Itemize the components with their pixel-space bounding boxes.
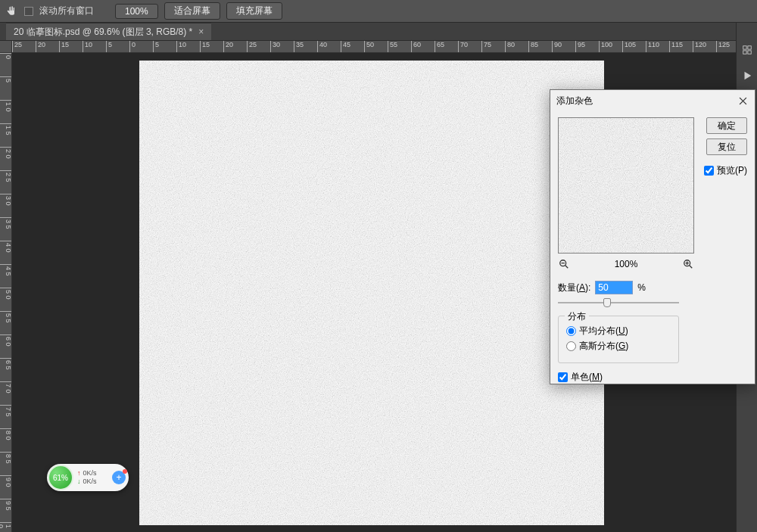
svg-rect-1 <box>139 61 604 525</box>
ruler-h-tick: 50 <box>364 41 374 53</box>
upload-speed: 0K/s <box>83 469 97 478</box>
distribution-group-title: 分布 <box>565 310 589 323</box>
ruler-h-tick: 90 <box>552 41 562 53</box>
ruler-h-tick: 75 <box>481 41 491 53</box>
ruler-v-tick: 4 0 <box>0 241 12 253</box>
svg-rect-2 <box>743 46 746 49</box>
ruler-h-tick: 60 <box>411 41 421 53</box>
network-monitor-widget[interactable]: 61% ↑0K/s ↓0K/s + <box>47 464 129 491</box>
ruler-v-tick: 7 5 <box>0 405 12 417</box>
monochrome-checkbox[interactable] <box>558 372 568 382</box>
ruler-h-tick: 20 <box>36 41 45 53</box>
amount-input[interactable] <box>595 281 633 294</box>
document-canvas[interactable] <box>139 61 604 525</box>
ruler-h-tick: 100 <box>599 41 612 53</box>
distribution-group: 分布 平均分布(U) 高斯分布(G) <box>558 316 679 363</box>
options-bar: 滚动所有窗口 100% 适合屏幕 填充屏幕 <box>0 0 757 23</box>
zoom-level-label: 100% <box>615 259 638 269</box>
horizontal-ruler[interactable]: 2520151050510152025303540455055606570758… <box>12 41 736 53</box>
ruler-v-tick: 5 <box>0 76 12 82</box>
ruler-h-tick: 85 <box>528 41 538 53</box>
document-tab[interactable]: 20 临摹图标.psd @ 69.6% (图层 3, RGB/8) * × <box>6 23 211 40</box>
vertical-ruler[interactable]: 051 01 52 02 53 03 54 04 55 05 56 06 57 … <box>0 53 12 532</box>
ok-button[interactable]: 确定 <box>706 117 747 134</box>
scroll-all-windows-label: 滚动所有窗口 <box>39 5 94 17</box>
dialog-title: 添加杂色 <box>556 95 593 107</box>
panel-icon-1[interactable] <box>741 44 753 56</box>
noise-preview-image <box>139 61 604 525</box>
upload-arrow-icon: ↑ <box>77 469 81 478</box>
preview-checkbox-label: 预览(P) <box>717 164 747 177</box>
ruler-v-tick: 4 5 <box>0 264 12 276</box>
monochrome-checkbox-label: 单色(M) <box>571 371 603 384</box>
close-tab-icon[interactable]: × <box>198 26 204 37</box>
amount-slider-thumb[interactable] <box>603 298 611 307</box>
memory-usage-ball[interactable]: 61% <box>48 465 73 490</box>
ruler-h-tick: 35 <box>294 41 304 53</box>
uniform-radio[interactable] <box>566 326 576 336</box>
document-tabs: 20 临摹图标.psd @ 69.6% (图层 3, RGB/8) * × <box>0 23 757 41</box>
add-noise-dialog: 添加杂色 确定 复位 预览(P) 100% <box>550 89 755 384</box>
ruler-v-tick: 8 5 <box>0 452 12 464</box>
ruler-v-tick: 5 0 <box>0 288 12 300</box>
ruler-h-tick: 15 <box>59 41 69 53</box>
ruler-h-tick: 65 <box>435 41 444 53</box>
ruler-h-tick: 70 <box>458 41 468 53</box>
ruler-v-tick: 0 <box>0 53 12 59</box>
scroll-all-windows-checkbox[interactable] <box>24 7 33 16</box>
zoom-100-button[interactable]: 100% <box>115 4 158 19</box>
amount-unit: % <box>637 282 646 293</box>
ruler-v-tick: 6 5 <box>0 358 12 370</box>
ruler-h-tick: 5 <box>106 41 112 53</box>
svg-rect-3 <box>747 46 750 49</box>
download-speed: 0K/s <box>83 478 97 486</box>
fill-screen-button[interactable]: 填充屏幕 <box>226 2 282 20</box>
ruler-v-tick: 9 5 <box>0 499 12 511</box>
ruler-h-tick: 115 <box>669 41 683 53</box>
dialog-close-button[interactable] <box>735 93 750 108</box>
ruler-v-tick: 9 0 <box>0 475 12 487</box>
ruler-v-tick: 8 0 <box>0 428 12 440</box>
ruler-h-tick: 40 <box>317 41 327 53</box>
ruler-origin[interactable] <box>0 41 12 53</box>
ruler-v-tick: 5 5 <box>0 311 12 323</box>
ruler-v-tick: 1 5 <box>0 123 12 135</box>
ruler-h-tick: 120 <box>693 41 706 53</box>
ruler-v-tick: 2 0 <box>0 147 12 159</box>
document-tab-title: 20 临摹图标.psd @ 69.6% (图层 3, RGB/8) * <box>14 26 192 39</box>
amount-slider[interactable] <box>558 297 679 308</box>
ruler-h-tick: 15 <box>200 41 210 53</box>
gaussian-radio[interactable] <box>566 341 576 351</box>
ruler-v-tick: 3 0 <box>0 194 12 206</box>
ruler-h-tick: 105 <box>622 41 636 53</box>
ruler-v-tick: 6 0 <box>0 334 12 347</box>
ruler-h-tick: 95 <box>575 41 585 53</box>
ruler-h-tick: 10 <box>176 41 186 53</box>
ruler-h-tick: 5 <box>153 41 159 53</box>
widget-add-button[interactable]: + <box>112 471 126 484</box>
ruler-h-tick: 25 <box>247 41 257 53</box>
gaussian-radio-label: 高斯分布(G) <box>579 340 628 353</box>
fit-screen-button[interactable]: 适合屏幕 <box>164 2 220 20</box>
ruler-v-tick: 1 0 <box>0 100 12 112</box>
download-arrow-icon: ↓ <box>77 478 81 486</box>
uniform-radio-label: 平均分布(U) <box>579 325 628 338</box>
svg-rect-8 <box>559 118 693 253</box>
reset-button[interactable]: 复位 <box>706 138 747 155</box>
play-icon[interactable] <box>741 70 753 82</box>
ruler-h-tick: 30 <box>270 41 280 53</box>
ruler-v-tick: 2 5 <box>0 170 12 182</box>
ruler-h-tick: 0 <box>129 41 136 53</box>
zoom-in-button[interactable] <box>682 258 694 270</box>
ruler-h-tick: 110 <box>646 41 659 53</box>
zoom-out-button[interactable] <box>558 258 570 270</box>
hand-tool-icon <box>5 5 18 18</box>
ruler-h-tick: 45 <box>341 41 350 53</box>
ruler-h-tick: 55 <box>388 41 397 53</box>
ruler-v-tick: 7 0 <box>0 381 12 394</box>
preview-checkbox[interactable] <box>704 166 714 176</box>
dialog-preview[interactable] <box>558 117 694 254</box>
ruler-h-tick: 25 <box>12 41 22 53</box>
ruler-v-tick: 1 0 <box>0 522 12 532</box>
net-stats: ↑0K/s ↓0K/s <box>74 469 112 486</box>
